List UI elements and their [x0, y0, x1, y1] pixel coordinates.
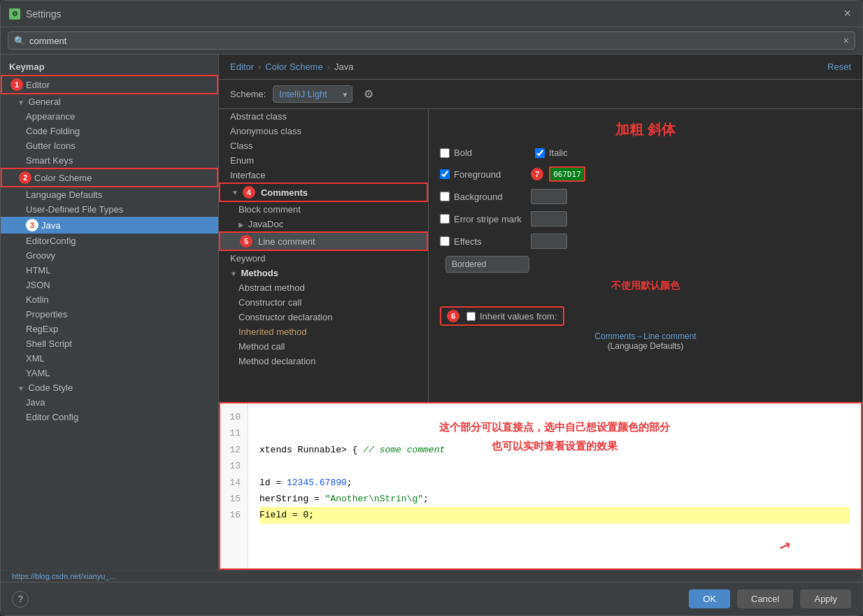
code-line-15: herString = "Another\nStrin\g"; — [259, 491, 850, 507]
tree-item-comments-label: Comments — [261, 187, 308, 198]
sidebar-item-properties-label: Properties — [26, 309, 67, 320]
sidebar-item-user-defined[interactable]: User-Defined File Types — [1, 202, 218, 217]
tree-item-abstract-method[interactable]: Abstract method — [219, 280, 428, 295]
sidebar-item-groovy[interactable]: Groovy — [1, 248, 218, 263]
search-clear-button[interactable]: × — [843, 35, 849, 46]
close-button[interactable]: × — [841, 6, 854, 21]
sidebar-item-code-style-java[interactable]: Java — [1, 395, 218, 410]
preview-annotation: 这个部分可以直接点，选中自己想设置颜色的部分 也可以实时查看设置的效果 — [439, 417, 670, 455]
sidebar-item-yaml[interactable]: YAML — [1, 366, 218, 380]
effects-checkbox[interactable] — [440, 236, 450, 246]
tree-item-keyword[interactable]: Keyword — [219, 251, 428, 266]
tree-item-constructor-declaration[interactable]: Constructor declaration — [219, 310, 428, 324]
effects-row: Effects — [440, 234, 851, 249]
bold-label: Bold — [454, 148, 524, 158]
sidebar-item-editorconfig[interactable]: EditorConfig — [1, 234, 218, 248]
tree-item-javadoc[interactable]: ▶ JavaDoc — [219, 217, 428, 231]
reset-button[interactable]: Reset — [827, 62, 851, 72]
sidebar-item-code-folding[interactable]: Code Folding — [1, 124, 218, 138]
sidebar-item-code-style-label: Code Style — [29, 382, 73, 393]
tree-item-abstract-class[interactable]: Abstract class — [219, 109, 428, 124]
tree-item-enum-label: Enum — [230, 155, 254, 166]
tree-item-inherited-method[interactable]: Inherited method — [219, 324, 428, 339]
tree-item-methods-label: Methods — [241, 268, 278, 278]
effects-checkbox-wrap: Effects — [440, 236, 524, 247]
dialog-title: Settings — [26, 8, 62, 20]
code-comment: // some comment — [363, 445, 445, 455]
sidebar-item-html[interactable]: HTML — [1, 263, 218, 278]
sidebar-item-shell-script[interactable]: Shell Script — [1, 336, 218, 351]
foreground-color-swatch[interactable]: 067D17 — [549, 166, 585, 182]
error-stripe-checkbox[interactable] — [440, 214, 450, 224]
ok-button[interactable]: OK — [689, 589, 730, 608]
foreground-color-wrap: 7 067D17 — [531, 166, 585, 182]
sidebar-item-appearance[interactable]: Appearance — [1, 109, 218, 124]
title-bar: ⚙ Settings × — [1, 1, 862, 27]
sidebar-item-color-scheme[interactable]: 2 Color Scheme — [1, 168, 218, 187]
breadcrumb-sep1: › — [258, 62, 261, 72]
sidebar-item-shell-script-label: Shell Script — [26, 338, 72, 349]
sidebar-item-groovy-label: Groovy — [26, 250, 55, 261]
breadcrumb-editor[interactable]: Editor — [230, 62, 254, 72]
tree-item-anonymous-class[interactable]: Anonymous class — [219, 124, 428, 138]
tree-item-method-call[interactable]: Method call — [219, 339, 428, 354]
scheme-select[interactable]: IntelliJ Light Darcula High Contrast — [273, 85, 352, 103]
breadcrumb-color-scheme[interactable]: Color Scheme — [265, 62, 322, 72]
sidebar-item-xml[interactable]: XML — [1, 351, 218, 366]
sidebar-item-java-label: Java — [41, 220, 60, 231]
search-input[interactable] — [29, 36, 839, 46]
tree-item-methods[interactable]: ▼ Methods — [219, 266, 428, 280]
main-content: Editor › Color Scheme › Java Reset Schem… — [219, 55, 862, 570]
error-stripe-color-swatch[interactable] — [531, 211, 567, 227]
italic-checkbox[interactable] — [535, 148, 545, 158]
tree-item-enum[interactable]: Enum — [219, 153, 428, 168]
sidebar-item-regexp[interactable]: RegExp — [1, 322, 218, 336]
app-icon: ⚙ — [9, 8, 20, 20]
sidebar-item-editor-config2[interactable]: Editor Config — [1, 410, 218, 424]
effects-type-select-wrap: Bordered Underline Bold Underline Strike… — [445, 256, 529, 273]
inherit-checkbox[interactable] — [466, 312, 476, 321]
line-num-14: 14 — [227, 475, 241, 491]
sidebar-item-properties[interactable]: Properties — [1, 307, 218, 322]
apply-button[interactable]: Apply — [800, 589, 851, 608]
sidebar-item-gutter-icons[interactable]: Gutter Icons — [1, 138, 218, 153]
sidebar-item-code-style[interactable]: ▼ Code Style — [1, 380, 218, 395]
bold-checkbox[interactable] — [440, 148, 450, 158]
sidebar-item-general[interactable]: ▼ General — [1, 94, 218, 109]
search-input-wrap: 🔍 × — [8, 31, 855, 50]
tree-item-line-comment[interactable]: 5 Line comment — [219, 231, 428, 251]
line-num-15: 15 — [227, 491, 241, 507]
sidebar-item-kotlin-label: Kotlin — [26, 294, 49, 305]
sidebar-item-editor[interactable]: 1 Editor — [1, 75, 218, 94]
sidebar-item-language-defaults[interactable]: Language Defaults — [1, 187, 218, 202]
badge-2: 2 — [19, 171, 31, 184]
effects-color-swatch[interactable] — [531, 234, 567, 249]
preview-panel[interactable]: 10 11 12 13 14 15 16 这个部分可以直接点，选中自己想设置颜色… — [219, 402, 862, 570]
tree-item-comments[interactable]: ▼ 4 Comments — [219, 182, 428, 202]
tree-item-interface[interactable]: Interface — [219, 168, 428, 182]
help-button[interactable]: ? — [12, 591, 29, 608]
preview-annotation-line2: 也可以实时查看设置的效果 — [492, 440, 618, 452]
tree-item-method-declaration[interactable]: Method declaration — [219, 354, 428, 368]
effects-type-select[interactable]: Bordered Underline Bold Underline Strike… — [445, 256, 529, 273]
line-num-13: 13 — [227, 458, 241, 474]
scheme-label: Scheme: — [230, 89, 266, 99]
code-area[interactable]: 这个部分可以直接点，选中自己想设置颜色的部分 也可以实时查看设置的效果 xten… — [248, 403, 861, 568]
status-bar: https://blog.csdn.net/xianyu_... — [1, 570, 862, 582]
sidebar-item-kotlin[interactable]: Kotlin — [1, 292, 218, 307]
sidebar-item-java[interactable]: 3 Java — [1, 217, 218, 234]
tree-item-constructor-call[interactable]: Constructor call — [219, 295, 428, 310]
badge-5: 5 — [240, 235, 252, 248]
background-color-swatch[interactable] — [531, 189, 567, 204]
foreground-checkbox[interactable] — [440, 169, 450, 179]
tree-item-class[interactable]: Class — [219, 138, 428, 153]
cancel-button[interactable]: Cancel — [737, 589, 793, 608]
sidebar-item-smart-keys[interactable]: Smart Keys — [1, 153, 218, 168]
sidebar-item-yaml-label: YAML — [26, 368, 50, 378]
gear-button[interactable]: ⚙ — [359, 86, 378, 102]
tree-item-block-comment[interactable]: Block comment — [219, 202, 428, 217]
sidebar-item-json[interactable]: JSON — [1, 278, 218, 292]
keymap-header: Keymap — [1, 59, 218, 75]
inherit-link[interactable]: Comments→Line comment — [440, 331, 851, 341]
background-checkbox[interactable] — [440, 192, 450, 201]
